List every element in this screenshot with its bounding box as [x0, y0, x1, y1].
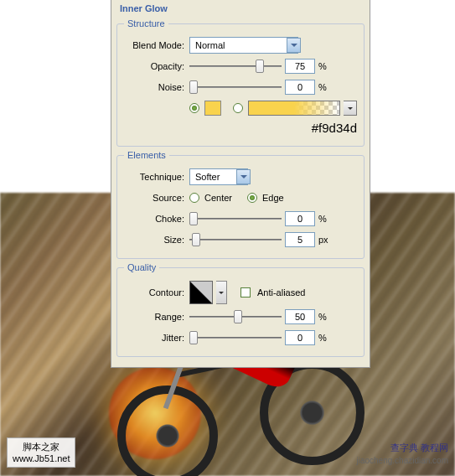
- noise-input[interactable]: [285, 80, 315, 95]
- jitter-label: Jitter:: [124, 333, 189, 343]
- noise-label: Noise:: [124, 82, 189, 92]
- blend-mode-label: Blend Mode:: [124, 40, 189, 50]
- color-gradient-radio[interactable]: [233, 103, 243, 113]
- quality-group: Quality Contour: Anti-aliased Range: %: [116, 262, 365, 357]
- source-center-radio[interactable]: [189, 193, 199, 203]
- size-label: Size:: [124, 235, 189, 245]
- layer-style-dialog: Inner Glow Structure Blend Mode: Normal …: [111, 0, 370, 368]
- anti-aliased-label: Anti-aliased: [257, 287, 305, 298]
- choke-input[interactable]: [285, 211, 315, 226]
- noise-slider[interactable]: [189, 80, 282, 95]
- opacity-slider[interactable]: [189, 59, 282, 74]
- contour-dropdown[interactable]: [216, 281, 227, 304]
- color-swatch[interactable]: [204, 101, 221, 116]
- gradient-dropdown[interactable]: [344, 101, 357, 116]
- range-slider[interactable]: [189, 309, 282, 324]
- opacity-input[interactable]: [285, 59, 315, 74]
- jitter-input[interactable]: [285, 330, 315, 345]
- size-slider[interactable]: [189, 232, 282, 247]
- color-solid-radio[interactable]: [189, 103, 199, 113]
- contour-label: Contour:: [124, 287, 189, 298]
- noise-unit: %: [318, 82, 333, 92]
- elements-group: Elements Technique: Softer Source: Cente…: [116, 150, 365, 259]
- structure-group: Structure Blend Mode: Normal Opacity: %: [116, 18, 365, 147]
- technique-label: Technique:: [124, 172, 189, 182]
- technique-select[interactable]: Softer: [189, 168, 248, 185]
- gradient-preview[interactable]: [248, 101, 340, 116]
- source-edge-label: Edge: [262, 193, 284, 203]
- elements-legend: Elements: [124, 150, 169, 160]
- choke-label: Choke:: [124, 214, 189, 224]
- source-label: Source:: [124, 193, 189, 203]
- source-center-label: Center: [204, 193, 232, 203]
- quality-legend: Quality: [124, 262, 159, 272]
- range-input[interactable]: [285, 309, 315, 324]
- jitter-unit: %: [318, 333, 333, 343]
- opacity-unit: %: [318, 61, 333, 71]
- size-unit: px: [318, 235, 333, 245]
- anti-aliased-checkbox[interactable]: [240, 287, 251, 298]
- choke-slider[interactable]: [189, 211, 282, 226]
- range-unit: %: [318, 312, 333, 322]
- effect-title: Inner Glow: [116, 2, 365, 15]
- opacity-label: Opacity:: [124, 61, 189, 71]
- structure-legend: Structure: [124, 18, 168, 28]
- color-hex: #f9d34d: [312, 121, 357, 135]
- range-label: Range:: [124, 312, 189, 322]
- watermark-right: 查字典 教程网 jiaocheng.chazidian.com: [356, 441, 448, 468]
- source-edge-radio[interactable]: [247, 193, 257, 203]
- watermark-left: 脚本之家 www.Jb51.net: [7, 437, 75, 468]
- choke-unit: %: [318, 214, 333, 224]
- contour-picker[interactable]: [189, 281, 213, 304]
- blend-mode-select[interactable]: Normal: [189, 37, 298, 54]
- size-input[interactable]: [285, 232, 315, 247]
- jitter-slider[interactable]: [189, 330, 282, 345]
